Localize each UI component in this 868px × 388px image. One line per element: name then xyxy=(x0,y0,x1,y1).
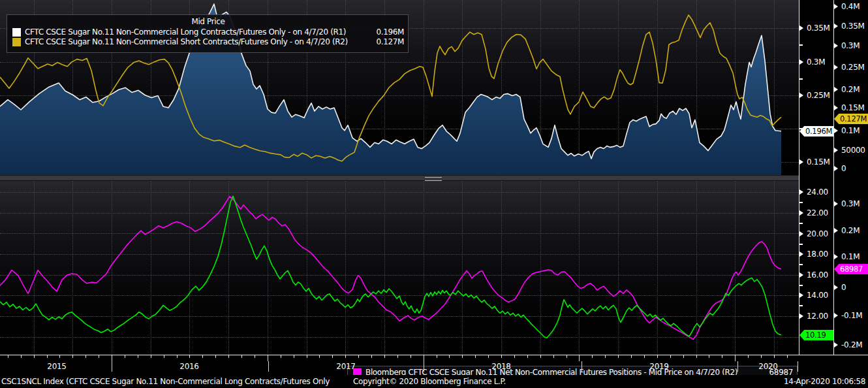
month-tick xyxy=(241,355,242,358)
month-tick xyxy=(631,355,632,358)
axis-tick xyxy=(834,285,841,290)
right-axis-r2[interactable]: 0.4M0.35M0.3M0.25M0.2M0.15M0.1M5000000.1… xyxy=(833,0,868,355)
axis-minor-tick xyxy=(799,244,803,245)
time-axis[interactable]: 201520162017201820192020 xyxy=(0,355,868,375)
month-tick xyxy=(138,355,138,358)
axis-tick xyxy=(834,65,841,70)
axis-minor-tick xyxy=(799,223,803,224)
month-tick xyxy=(294,355,294,358)
month-tick xyxy=(579,355,580,361)
bloomberg-terminal-chart: Mid Price CFTC CSCE Sugar No.11 Non-Comm… xyxy=(0,0,868,388)
month-tick xyxy=(332,355,333,358)
axis-tick xyxy=(799,272,806,278)
axis-tick xyxy=(799,231,806,236)
month-tick xyxy=(618,355,619,358)
axis-tick-label: -0.1M xyxy=(834,311,862,320)
month-tick xyxy=(424,355,424,361)
top-legend[interactable]: Mid Price CFTC CSCE Sugar No.11 Non-Comm… xyxy=(7,14,409,53)
right-axis-r1[interactable]: 0.35M0.3M0.25M0.15M0.196M24.0022.0020.00… xyxy=(799,0,833,355)
legend-row-long[interactable]: CFTC CSCE Sugar No.11 Non-Commercial Lon… xyxy=(12,27,404,37)
axis-tick xyxy=(834,148,841,153)
axis-tick-label: 0.15M xyxy=(799,157,830,167)
month-tick xyxy=(449,355,450,358)
month-tick xyxy=(34,355,35,358)
axis-minor-tick xyxy=(799,285,803,286)
month-tick xyxy=(683,355,684,358)
legend-label: CFTC CSCE Sugar No.11 Non-Commercial Lon… xyxy=(25,27,346,37)
month-tick xyxy=(553,355,554,358)
series-line xyxy=(0,197,781,340)
axis-tick xyxy=(834,105,841,110)
month-tick xyxy=(112,355,112,361)
axis-tick-label: 0.2M xyxy=(834,85,860,94)
axis-tick-label: 0.35M xyxy=(834,22,865,31)
month-tick xyxy=(21,355,22,358)
month-tick xyxy=(696,355,697,358)
month-tick xyxy=(99,355,99,358)
axis-tick xyxy=(834,313,841,318)
axis-tick xyxy=(834,201,841,206)
copyright-text: Copyright© 2020 Bloomberg Finance L.P. xyxy=(353,377,506,386)
axis-tick-label: 50000 xyxy=(834,146,865,155)
status-bar: CSC1SNCL Index (CFTC CSCE Sugar No.11 No… xyxy=(0,375,868,388)
axis-tick-label: 0.25M xyxy=(799,91,830,100)
month-tick xyxy=(644,355,645,358)
year-label: 2020 xyxy=(758,362,777,371)
year-separator xyxy=(424,361,424,372)
axis-tick-label: 0 xyxy=(834,283,846,292)
axis-minor-tick xyxy=(799,44,803,46)
axis-tick xyxy=(834,87,841,92)
axis-minor-tick xyxy=(799,78,803,80)
last-value-badge: 68987 xyxy=(834,264,868,274)
month-tick xyxy=(307,355,307,358)
year-label: 2015 xyxy=(47,362,66,371)
month-tick xyxy=(501,355,502,358)
axis-tick-label: 18.00 xyxy=(799,250,828,259)
month-tick xyxy=(151,355,151,358)
month-tick xyxy=(255,355,255,358)
month-tick xyxy=(566,355,567,358)
axis-tick-label: 0.4M xyxy=(834,2,860,11)
series-line xyxy=(0,196,781,338)
axis-tick xyxy=(799,189,806,195)
month-tick xyxy=(189,355,190,358)
year-label: 2018 xyxy=(491,362,510,371)
axis-tick-label: 24.00 xyxy=(799,187,828,197)
month-tick xyxy=(47,355,48,358)
ticker-description: CSC1SNCL Index (CFTC CSCE Sugar No.11 No… xyxy=(1,377,330,386)
axis-tick xyxy=(799,159,806,165)
legend-row-short[interactable]: CFTC CSCE Sugar No.11 Non-Commercial Sho… xyxy=(12,37,404,47)
month-tick xyxy=(657,355,658,358)
month-tick xyxy=(345,355,346,358)
month-tick xyxy=(85,355,86,358)
axis-tick xyxy=(799,251,806,257)
axis-tick xyxy=(834,228,841,233)
year-separator xyxy=(112,361,112,372)
month-tick xyxy=(281,355,281,358)
axis-tick-label: 0 xyxy=(834,164,846,173)
month-tick xyxy=(514,355,515,358)
axis-tick xyxy=(834,43,841,48)
month-tick xyxy=(605,355,606,358)
month-tick xyxy=(437,355,437,358)
panel-divider[interactable] xyxy=(0,175,868,181)
month-tick xyxy=(125,355,125,358)
top-panel-positions[interactable]: Mid Price CFTC CSCE Sugar No.11 Non-Comm… xyxy=(0,0,799,175)
month-tick xyxy=(358,355,359,358)
month-tick xyxy=(371,355,372,358)
year-label: 2016 xyxy=(179,362,198,371)
axis-tick-label: 0.2M xyxy=(834,226,860,235)
axis-minor-tick xyxy=(799,264,803,265)
legend-value: 0.196M xyxy=(369,27,404,37)
long-series-swatch xyxy=(12,28,21,37)
axis-tick-label: 20.00 xyxy=(799,229,828,238)
timestamp: 14-Apr-2020 10:06:58 xyxy=(784,377,865,386)
legend-label: CFTC CSCE Sugar No.11 Non-Commercial Sho… xyxy=(25,37,348,47)
axis-tick xyxy=(834,24,841,29)
axis-tick xyxy=(799,59,806,65)
month-tick xyxy=(59,355,60,358)
axis-tick xyxy=(834,128,841,133)
last-value-badge: 0.196M xyxy=(799,126,833,137)
axis-tick xyxy=(834,342,841,348)
bottom-panel-net-vs-price[interactable]: Bloomberg CFTC CSCE Sugar No.11 Net Non-… xyxy=(0,181,799,355)
